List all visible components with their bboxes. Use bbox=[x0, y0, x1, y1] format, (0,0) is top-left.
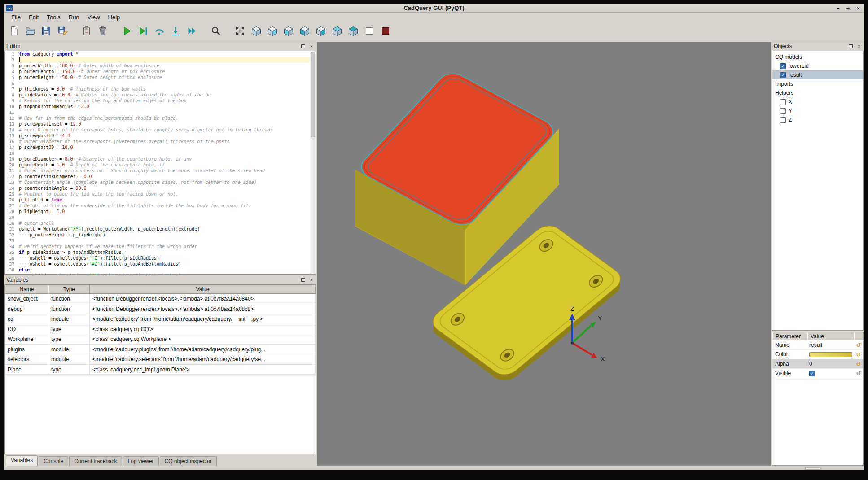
zoom-to-fit-button[interactable] bbox=[209, 24, 223, 38]
code-line[interactable]: 2 bbox=[5, 57, 316, 63]
code-line[interactable]: 22p_countersinkDiameter = 0.0 bbox=[5, 174, 316, 179]
parameter-row-name[interactable]: Nameresult↺ bbox=[772, 340, 863, 350]
tree-item-y[interactable]: Y bbox=[772, 106, 863, 115]
code-line[interactable]: 15p_screwpostID = 4.0 bbox=[5, 133, 316, 139]
code-line[interactable]: 13p_screwpostInset = 12.0 bbox=[5, 121, 316, 127]
tab-cq-object-inspector[interactable]: CQ object inspector bbox=[160, 456, 217, 466]
debug-button[interactable] bbox=[136, 24, 150, 38]
tree-item-result[interactable]: result bbox=[772, 70, 863, 79]
stop-button[interactable] bbox=[379, 24, 392, 38]
editor-scrollbar[interactable] bbox=[310, 51, 316, 274]
render-button[interactable] bbox=[120, 24, 134, 38]
code-line[interactable]: 33 bbox=[5, 238, 316, 244]
tab-current-traceback[interactable]: Current traceback bbox=[69, 456, 122, 466]
continue-button[interactable] bbox=[185, 24, 198, 38]
code-line[interactable]: 16# Outer Diameter of the screwposts.\nD… bbox=[5, 139, 316, 144]
reset-button[interactable]: ↺ bbox=[854, 361, 863, 367]
checkbox-y[interactable] bbox=[780, 108, 786, 114]
view-top-button[interactable] bbox=[330, 24, 344, 38]
code-line[interactable]: 37····oshell = oshell.edges("#Z").fillet… bbox=[5, 261, 316, 267]
code-line[interactable]: 25# Whether to place the lid with the to… bbox=[5, 191, 316, 197]
checkbox-x[interactable] bbox=[780, 99, 786, 105]
clipboard-button[interactable] bbox=[80, 24, 93, 38]
tab-variables[interactable]: Variables bbox=[6, 455, 38, 466]
code-editor[interactable]: 1from cadquery import *23p_outerWidth = … bbox=[4, 51, 316, 275]
new-file-button[interactable] bbox=[7, 24, 21, 38]
code-line[interactable]: 9# Radius for the curves on the top and … bbox=[5, 98, 316, 104]
view-bottom-button[interactable] bbox=[346, 24, 360, 38]
code-line[interactable]: 7p_thickness = 3.0··# Thickness of the b… bbox=[5, 86, 316, 92]
code-line[interactable]: 14# nner Diameter of the screwpost holes… bbox=[5, 127, 316, 133]
parameter-value[interactable]: 0 bbox=[807, 361, 854, 367]
code-line[interactable]: 35if p_sideRadius > p_topAndBottomRadius… bbox=[5, 249, 316, 255]
checkbox-lowerlid[interactable] bbox=[780, 63, 786, 69]
tree-item-x[interactable]: X bbox=[772, 97, 863, 106]
title-bar[interactable]: cq CadQuery GUI (PyQT) − + × bbox=[4, 4, 864, 13]
tree-group-cq-models[interactable]: CQ models bbox=[772, 52, 863, 61]
ortho-view-button[interactable] bbox=[363, 24, 376, 38]
menu-file[interactable]: File bbox=[7, 13, 25, 21]
code-line[interactable]: 23# Countersink angle (complete angle be… bbox=[5, 179, 316, 185]
tree-group-helpers[interactable]: Helpers bbox=[772, 88, 863, 97]
code-line[interactable]: 27# Height of lip on the underside of th… bbox=[5, 203, 316, 209]
editor-close-button[interactable]: × bbox=[308, 43, 315, 49]
code-line[interactable]: 24p_countersinkAngle = 90.0 bbox=[5, 185, 316, 191]
code-line[interactable]: 6 bbox=[5, 80, 316, 86]
editor-float-button[interactable] bbox=[300, 43, 306, 49]
reset-button[interactable]: ↺ bbox=[854, 351, 863, 358]
objects-close-button[interactable]: × bbox=[856, 43, 862, 49]
variable-row-debug[interactable]: debugfunction<function Debugger.render.<… bbox=[5, 304, 316, 314]
variable-row-show-object[interactable]: show_objectfunction<function Debugger.re… bbox=[5, 294, 316, 304]
tab-console[interactable]: Console bbox=[39, 456, 68, 466]
code-line[interactable]: 12# How far in from the edges the screwp… bbox=[5, 115, 316, 121]
reset-button[interactable]: ↺ bbox=[854, 342, 863, 349]
step-into-button[interactable] bbox=[169, 24, 182, 38]
tab-log-viewer[interactable]: Log viewer bbox=[123, 456, 159, 466]
tree-item-lowerlid[interactable]: lowerLid bbox=[772, 61, 863, 70]
variable-row-selectors[interactable]: selectorsmodule<module 'cadquery.selecto… bbox=[5, 354, 316, 365]
reset-button[interactable]: ↺ bbox=[854, 370, 863, 377]
code-line[interactable]: 3p_outerWidth = 100.0··# Outer width of … bbox=[5, 63, 316, 69]
code-line[interactable]: 32····p_outerHeight + p_lipHeight) bbox=[5, 232, 316, 238]
color-swatch[interactable] bbox=[809, 352, 852, 357]
checkbox-result[interactable] bbox=[780, 72, 786, 78]
delete-button[interactable] bbox=[96, 24, 110, 38]
save-button[interactable] bbox=[39, 24, 53, 38]
code-line[interactable]: 31oshell = Workplane("XY").rect(p_outerW… bbox=[5, 226, 316, 232]
code-line[interactable]: 29 bbox=[5, 214, 316, 220]
view-back-button[interactable] bbox=[282, 24, 295, 38]
variables-column-header-value[interactable]: Value bbox=[90, 285, 316, 294]
variable-row-cq[interactable]: CQtype<class 'cadquery.cq.CQ'> bbox=[5, 324, 316, 335]
code-line[interactable]: 18 bbox=[5, 150, 316, 156]
viewport-3d[interactable]: Z Y X bbox=[317, 42, 771, 466]
code-line[interactable]: 39····oshell = oshell.edges("#Z").fillet… bbox=[5, 273, 316, 275]
code-line[interactable]: 1from cadquery import * bbox=[5, 51, 316, 57]
menu-edit[interactable]: Edit bbox=[25, 13, 43, 21]
tree-item-z[interactable]: Z bbox=[772, 115, 863, 124]
variables-column-header-type[interactable]: Type bbox=[48, 285, 90, 294]
visible-checkbox[interactable] bbox=[809, 371, 815, 376]
menu-view[interactable]: View bbox=[83, 13, 104, 21]
resize-grip[interactable] bbox=[805, 467, 820, 470]
code-line[interactable]: 21# Outer diameter of countersink. Shoul… bbox=[5, 168, 316, 174]
code-line[interactable]: 11 bbox=[5, 109, 316, 115]
close-button[interactable]: × bbox=[856, 5, 860, 12]
code-line[interactable]: 26p_flipLid = True bbox=[5, 197, 316, 203]
view-iso-button[interactable] bbox=[250, 24, 263, 38]
open-file-button[interactable] bbox=[23, 24, 37, 38]
menu-help[interactable]: Help bbox=[104, 13, 124, 21]
code-line[interactable]: 4p_outerLength = 150.0··# Outer length o… bbox=[5, 69, 316, 74]
tree-group-imports[interactable]: Imports bbox=[772, 79, 863, 88]
code-line[interactable]: 36····oshell = oshell.edges("|Z").fillet… bbox=[5, 255, 316, 261]
menu-run[interactable]: Run bbox=[65, 13, 83, 21]
code-line[interactable]: 28p_lipHeight = 1.0 bbox=[5, 209, 316, 214]
view-left-button[interactable] bbox=[298, 24, 311, 38]
save-as-button[interactable] bbox=[56, 24, 69, 38]
parameter-value[interactable]: result bbox=[807, 342, 854, 348]
menu-tools[interactable]: Tools bbox=[43, 13, 64, 21]
objects-float-button[interactable] bbox=[847, 43, 854, 49]
code-line[interactable]: 19p_boreDiameter = 8.0··# Diameter of th… bbox=[5, 156, 316, 162]
variables-column-header-name[interactable]: Name bbox=[5, 285, 48, 294]
variable-row-plugins[interactable]: pluginsmodule<module 'cadquery.plugins' … bbox=[5, 345, 316, 355]
code-line[interactable]: 38else: bbox=[5, 267, 316, 273]
